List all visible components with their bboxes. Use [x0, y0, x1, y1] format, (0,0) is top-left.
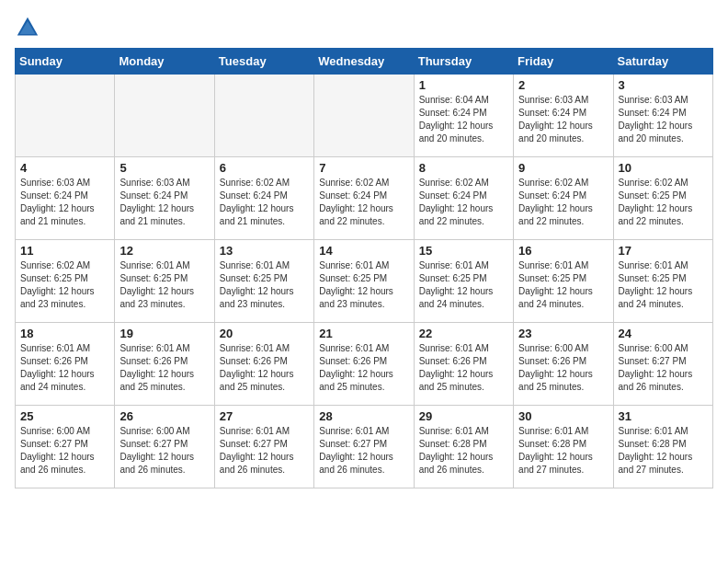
calendar-week-1: 1Sunrise: 6:04 AM Sunset: 6:24 PM Daylig…	[16, 75, 713, 157]
day-info: Sunrise: 6:02 AM Sunset: 6:24 PM Dayligh…	[518, 177, 608, 228]
day-number: 18	[20, 327, 109, 340]
calendar-week-4: 18Sunrise: 6:01 AM Sunset: 6:26 PM Dayli…	[16, 323, 713, 406]
calendar-cell: 28Sunrise: 6:01 AM Sunset: 6:27 PM Dayli…	[314, 406, 414, 488]
day-info: Sunrise: 6:00 AM Sunset: 6:27 PM Dayligh…	[119, 425, 209, 477]
calendar-cell: 20Sunrise: 6:01 AM Sunset: 6:26 PM Dayli…	[214, 323, 313, 406]
day-info: Sunrise: 6:01 AM Sunset: 6:26 PM Dayligh…	[119, 342, 209, 394]
calendar-cell: 22Sunrise: 6:01 AM Sunset: 6:26 PM Dayli…	[414, 323, 513, 406]
day-number: 8	[419, 161, 508, 175]
day-number: 30	[518, 409, 608, 423]
day-info: Sunrise: 6:04 AM Sunset: 6:24 PM Dayligh…	[419, 94, 508, 145]
calendar-cell: 12Sunrise: 6:01 AM Sunset: 6:25 PM Dayli…	[115, 240, 214, 323]
day-info: Sunrise: 6:01 AM Sunset: 6:27 PM Dayligh…	[220, 425, 309, 477]
day-number: 2	[518, 78, 608, 92]
calendar-cell: 30Sunrise: 6:01 AM Sunset: 6:28 PM Dayli…	[514, 406, 613, 488]
calendar-cell: 3Sunrise: 6:03 AM Sunset: 6:24 PM Daylig…	[613, 75, 712, 157]
day-number: 12	[119, 244, 209, 258]
day-header-friday: Friday	[514, 49, 613, 75]
calendar-cell	[214, 75, 313, 157]
day-number: 29	[419, 409, 508, 423]
calendar-cell: 29Sunrise: 6:01 AM Sunset: 6:28 PM Dayli…	[414, 406, 513, 488]
calendar-cell: 15Sunrise: 6:01 AM Sunset: 6:25 PM Dayli…	[414, 240, 513, 323]
day-number: 5	[119, 161, 209, 175]
day-number: 23	[518, 327, 608, 340]
calendar-cell: 6Sunrise: 6:02 AM Sunset: 6:24 PM Daylig…	[214, 157, 313, 240]
calendar-cell: 26Sunrise: 6:00 AM Sunset: 6:27 PM Dayli…	[115, 406, 214, 488]
day-number: 16	[518, 244, 608, 258]
day-info: Sunrise: 6:01 AM Sunset: 6:28 PM Dayligh…	[419, 425, 508, 477]
day-info: Sunrise: 6:01 AM Sunset: 6:25 PM Dayligh…	[419, 259, 508, 311]
calendar-cell	[115, 75, 214, 157]
day-number: 4	[20, 161, 109, 175]
calendar-week-3: 11Sunrise: 6:02 AM Sunset: 6:25 PM Dayli…	[16, 240, 713, 323]
day-number: 11	[20, 244, 109, 258]
day-header-thursday: Thursday	[414, 49, 513, 75]
day-info: Sunrise: 6:03 AM Sunset: 6:24 PM Dayligh…	[119, 177, 209, 228]
calendar-cell: 23Sunrise: 6:00 AM Sunset: 6:26 PM Dayli…	[514, 323, 613, 406]
day-number: 3	[619, 78, 708, 92]
calendar-cell: 21Sunrise: 6:01 AM Sunset: 6:26 PM Dayli…	[314, 323, 414, 406]
calendar-cell: 19Sunrise: 6:01 AM Sunset: 6:26 PM Dayli…	[115, 323, 214, 406]
calendar-cell: 25Sunrise: 6:00 AM Sunset: 6:27 PM Dayli…	[16, 406, 115, 488]
day-number: 13	[220, 244, 309, 258]
calendar-cell: 5Sunrise: 6:03 AM Sunset: 6:24 PM Daylig…	[115, 157, 214, 240]
day-number: 20	[220, 327, 309, 340]
day-number: 26	[119, 409, 209, 423]
day-number: 22	[419, 327, 508, 340]
day-number: 6	[220, 161, 309, 175]
calendar-cell: 2Sunrise: 6:03 AM Sunset: 6:24 PM Daylig…	[514, 75, 613, 157]
day-info: Sunrise: 6:01 AM Sunset: 6:25 PM Dayligh…	[619, 259, 708, 311]
day-number: 25	[20, 409, 109, 423]
calendar-cell: 14Sunrise: 6:01 AM Sunset: 6:25 PM Dayli…	[314, 240, 414, 323]
day-info: Sunrise: 6:02 AM Sunset: 6:25 PM Dayligh…	[619, 177, 708, 228]
day-info: Sunrise: 6:02 AM Sunset: 6:24 PM Dayligh…	[319, 177, 408, 228]
calendar-cell: 1Sunrise: 6:04 AM Sunset: 6:24 PM Daylig…	[414, 75, 513, 157]
calendar-cell	[16, 75, 115, 157]
day-info: Sunrise: 6:03 AM Sunset: 6:24 PM Dayligh…	[619, 94, 708, 145]
day-info: Sunrise: 6:01 AM Sunset: 6:28 PM Dayligh…	[518, 425, 608, 477]
day-header-tuesday: Tuesday	[214, 49, 313, 75]
calendar-cell: 13Sunrise: 6:01 AM Sunset: 6:25 PM Dayli…	[214, 240, 313, 323]
day-info: Sunrise: 6:03 AM Sunset: 6:24 PM Dayligh…	[518, 94, 608, 145]
calendar-cell: 16Sunrise: 6:01 AM Sunset: 6:25 PM Dayli…	[514, 240, 613, 323]
day-number: 1	[419, 78, 508, 92]
day-number: 17	[619, 244, 708, 258]
calendar-cell: 9Sunrise: 6:02 AM Sunset: 6:24 PM Daylig…	[514, 157, 613, 240]
calendar-cell	[314, 75, 414, 157]
calendar-cell: 11Sunrise: 6:02 AM Sunset: 6:25 PM Dayli…	[16, 240, 115, 323]
day-info: Sunrise: 6:00 AM Sunset: 6:27 PM Dayligh…	[20, 425, 109, 477]
calendar-cell: 27Sunrise: 6:01 AM Sunset: 6:27 PM Dayli…	[214, 406, 313, 488]
logo	[15, 15, 44, 40]
logo-icon	[15, 15, 40, 40]
day-info: Sunrise: 6:01 AM Sunset: 6:28 PM Dayligh…	[619, 425, 708, 477]
day-info: Sunrise: 6:01 AM Sunset: 6:27 PM Dayligh…	[319, 425, 408, 477]
day-info: Sunrise: 6:01 AM Sunset: 6:26 PM Dayligh…	[220, 342, 309, 394]
day-info: Sunrise: 6:01 AM Sunset: 6:26 PM Dayligh…	[319, 342, 408, 394]
day-info: Sunrise: 6:03 AM Sunset: 6:24 PM Dayligh…	[20, 177, 109, 228]
day-number: 19	[119, 327, 209, 340]
day-number: 9	[518, 161, 608, 175]
calendar-cell: 17Sunrise: 6:01 AM Sunset: 6:25 PM Dayli…	[613, 240, 712, 323]
day-info: Sunrise: 6:01 AM Sunset: 6:26 PM Dayligh…	[419, 342, 508, 394]
day-info: Sunrise: 6:01 AM Sunset: 6:25 PM Dayligh…	[220, 259, 309, 311]
day-number: 10	[619, 161, 708, 175]
day-number: 31	[619, 409, 708, 423]
calendar-cell: 18Sunrise: 6:01 AM Sunset: 6:26 PM Dayli…	[16, 323, 115, 406]
calendar-cell: 7Sunrise: 6:02 AM Sunset: 6:24 PM Daylig…	[314, 157, 414, 240]
day-info: Sunrise: 6:02 AM Sunset: 6:25 PM Dayligh…	[20, 259, 109, 311]
calendar-cell: 10Sunrise: 6:02 AM Sunset: 6:25 PM Dayli…	[613, 157, 712, 240]
day-number: 14	[319, 244, 408, 258]
day-info: Sunrise: 6:01 AM Sunset: 6:25 PM Dayligh…	[319, 259, 408, 311]
day-number: 7	[319, 161, 408, 175]
day-header-monday: Monday	[115, 49, 214, 75]
calendar-cell: 4Sunrise: 6:03 AM Sunset: 6:24 PM Daylig…	[16, 157, 115, 240]
day-header-saturday: Saturday	[613, 49, 712, 75]
day-info: Sunrise: 6:00 AM Sunset: 6:27 PM Dayligh…	[619, 342, 708, 394]
day-number: 24	[619, 327, 708, 340]
day-info: Sunrise: 6:01 AM Sunset: 6:25 PM Dayligh…	[518, 259, 608, 311]
calendar-cell: 8Sunrise: 6:02 AM Sunset: 6:24 PM Daylig…	[414, 157, 513, 240]
day-header-wednesday: Wednesday	[314, 49, 414, 75]
day-info: Sunrise: 6:00 AM Sunset: 6:26 PM Dayligh…	[518, 342, 608, 394]
calendar-cell: 31Sunrise: 6:01 AM Sunset: 6:28 PM Dayli…	[613, 406, 712, 488]
day-header-sunday: Sunday	[16, 49, 115, 75]
